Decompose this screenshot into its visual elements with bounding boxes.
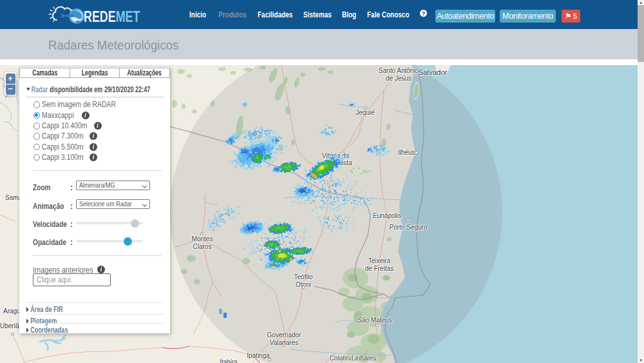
svg-text:REDEMET: REDEMET bbox=[84, 8, 140, 25]
